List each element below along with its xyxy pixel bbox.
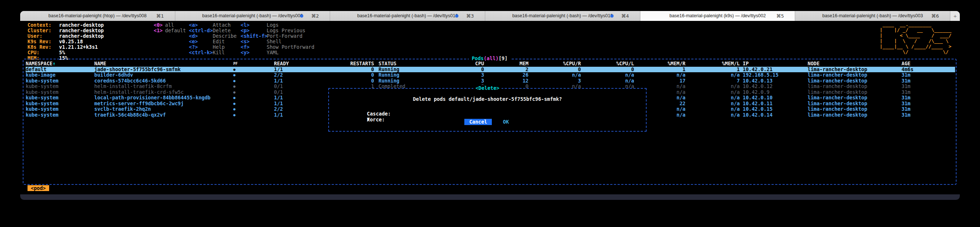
info-value: 5% — [59, 49, 65, 56]
table-cell: 10.42.0.12 — [740, 84, 808, 89]
table-cell: 31m — [902, 84, 931, 89]
info-value: v0.25.18 — [59, 38, 83, 44]
cancel-button[interactable]: Cancel — [465, 119, 492, 125]
table-row[interactable]: kube-imagebuilder-6dhdv●2/20Running326n/… — [25, 72, 955, 78]
tab-shortcut: ⌘3 — [466, 11, 474, 21]
table-cell: lima-rancher-desktop — [808, 72, 902, 78]
table-cell: kube-system — [25, 89, 94, 95]
table-cell: n/a — [686, 72, 740, 78]
hotkey: <a>Attach — [189, 22, 237, 28]
tab-6[interactable]: base16-material-palenight (-bash) — /dev… — [795, 11, 950, 21]
tab-bar: base16-material-palenight (htop) — /dev/… — [20, 11, 960, 21]
tab-title: base16-material-palenight (-bash) — /dev… — [485, 11, 640, 21]
table-cell: lima-rancher-desktop — [808, 67, 902, 73]
hotkey-key: <ctrl-d> — [189, 28, 213, 33]
table-header-row: NAMESPACE↑NAMEPFREADYRESTARTSSTATUSCPUME… — [25, 61, 955, 67]
hotkey-key: <a> — [189, 22, 213, 28]
hotkey-label: default — [165, 27, 186, 33]
table-cell: svclb-traefik-2hq2n — [94, 106, 232, 112]
info-line: User:rancher-desktop — [27, 33, 104, 39]
table-cell: kube-system — [25, 78, 94, 84]
table-cell: lima-rancher-desktop — [808, 95, 902, 101]
column-header-cpu: CPU — [473, 61, 484, 67]
tab-shortcut: ⌘2 — [311, 11, 319, 21]
table-cell: 3 — [528, 78, 581, 84]
pf-dot-icon: ● — [232, 78, 274, 84]
table-cell: n/a — [581, 78, 634, 84]
column-header-node: NODE — [808, 61, 902, 67]
breadcrumb-pod[interactable]: <pod> — [27, 185, 49, 191]
filler — [931, 78, 955, 84]
column-header--mem-l: %MEM/L — [686, 61, 740, 67]
table-cell: 10.42.0.14 — [740, 112, 808, 118]
hotkey-label: YAML — [267, 49, 279, 56]
tab-1[interactable]: base16-material-palenight (htop) — /dev/… — [20, 11, 175, 21]
table-cell: jade-shooter-5f755bfc96-smfmk — [94, 67, 232, 73]
hotkey: <e>Edit — [189, 39, 237, 44]
table-cell: 4m6s — [902, 67, 931, 73]
column-header--cpu-r: %CPU/R — [528, 61, 581, 67]
hotkey: <p>Logs Previous — [240, 28, 314, 33]
table-cell: 10.42.0.13 — [740, 78, 808, 84]
hotkey-key: <f> — [240, 44, 267, 50]
table-cell: 31m — [902, 95, 931, 101]
table-cell: kube-system — [25, 106, 94, 112]
table-cell: 26 — [484, 72, 528, 78]
hotkey-key: <shift-f> — [240, 33, 267, 39]
window-bottom-bar — [20, 194, 960, 200]
title-count: [9] — [498, 56, 507, 61]
hotkey: <ctrl-d>Delete — [189, 28, 237, 33]
column-header-name: NAME — [94, 61, 232, 67]
info-label: User: — [27, 33, 59, 39]
table-cell: kube-system — [25, 95, 94, 101]
table-cell: 0/1 — [274, 84, 318, 89]
filler — [931, 101, 955, 107]
info-line: K8s Rev:v1.21.12+k3s1 — [27, 44, 104, 50]
pf-dot-icon: ● — [232, 95, 274, 101]
table-cell: 1 — [686, 67, 740, 73]
hotkey: <shift-f>Port-Forward — [240, 33, 314, 39]
info-label: Cluster: — [27, 28, 59, 33]
table-cell: 31m — [902, 72, 931, 78]
table-cell: traefik-56c4b88c4b-qx2vf — [94, 112, 232, 118]
tab-shortcut: ⌘1 — [156, 11, 164, 21]
table-cell: lima-rancher-desktop — [808, 84, 902, 89]
info-line: Cluster:rancher-desktop — [27, 28, 104, 33]
sort-arrow-icon: ↑ — [52, 60, 56, 67]
tab-2[interactable]: base16-material-palenight (-bash) — /dev… — [175, 11, 331, 21]
hotkey-key: <e> — [189, 39, 213, 44]
tab-4[interactable]: base16-material-palenight (-bash) — /dev… — [485, 11, 640, 21]
info-value: rancher-desktop — [59, 33, 104, 39]
info-label: K8s Rev: — [27, 44, 59, 50]
tab-activity-dot — [455, 14, 458, 17]
tab-5[interactable]: base16-material-palenight (k9s) — /dev/t… — [640, 11, 795, 21]
hotkey: <?>Help — [189, 44, 237, 50]
hotkey-key: <d> — [189, 33, 213, 39]
ok-button[interactable]: OK — [501, 119, 510, 125]
hotkey: <f>Show PortForward — [240, 44, 314, 50]
table-cell: metrics-server-ff9dbcb6c-2wc9j — [94, 101, 232, 107]
hotkey-key: <y> — [240, 50, 267, 56]
hotkey-key: <?> — [189, 44, 213, 50]
hotkey-label: all — [165, 22, 174, 28]
k9s-logo: ____ __.________ | |/ _/ __ \______ | < … — [880, 22, 955, 55]
table-cell: 192.168.5.15 — [740, 72, 808, 78]
table-cell: 2/2 — [274, 106, 318, 112]
table-row[interactable]: defaultjade-shooter-5f755bfc96-smfmk●1/1… — [25, 67, 955, 73]
filler — [931, 95, 955, 101]
table-cell: Running — [374, 78, 473, 84]
table-cell: lima-rancher-desktop — [808, 78, 902, 84]
tab-title: base16-material-palenight (htop) — /dev/… — [20, 11, 175, 21]
pf-dot-icon: ● — [232, 67, 274, 73]
table-cell: kube-system — [25, 84, 94, 89]
table-cell: 0 — [318, 78, 374, 84]
info-label: K9s Rev: — [27, 39, 59, 44]
table-row[interactable]: kube-systemcoredns-574bcc6c46-5kd66●1/10… — [25, 78, 955, 84]
new-tab-button[interactable]: + — [950, 11, 960, 21]
tab-3[interactable]: base16-material-palenight (-bash) — /dev… — [330, 11, 485, 21]
table-cell: 7 — [686, 78, 740, 84]
table-cell: kube-image — [25, 72, 94, 78]
table-cell: n/a — [686, 106, 740, 112]
table-cell: 0 — [528, 67, 581, 73]
table-cell: 1 — [634, 67, 686, 73]
